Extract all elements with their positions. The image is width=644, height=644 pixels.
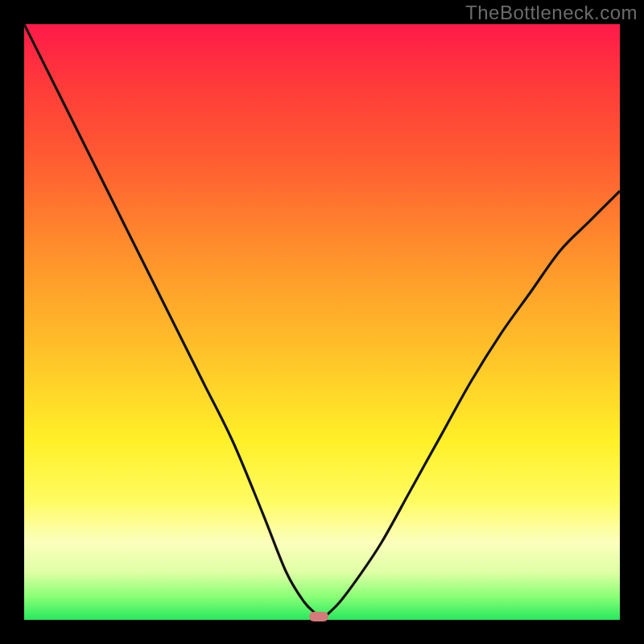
watermark-label: TheBottleneck.com xyxy=(465,2,638,24)
bottleneck-curve-path xyxy=(24,24,620,620)
minimum-marker xyxy=(309,612,328,621)
bottleneck-curve-svg xyxy=(24,24,620,620)
chart-frame: TheBottleneck.com xyxy=(0,0,644,644)
